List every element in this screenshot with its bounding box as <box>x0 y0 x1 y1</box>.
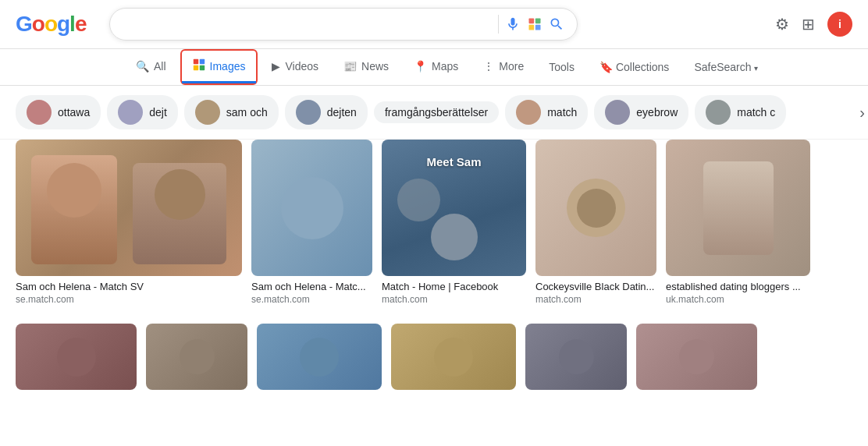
user-avatar[interactable]: i <box>827 12 852 37</box>
result-source-4: match.com <box>535 294 656 305</box>
result-item-10[interactable] <box>525 324 627 390</box>
google-logo[interactable]: Google <box>16 12 86 37</box>
result-item-3[interactable]: Meet Sam Match - Home | Facebook match.c… <box>382 140 526 305</box>
chip-dejten[interactable]: dejten <box>285 95 368 129</box>
images-icon <box>193 58 205 73</box>
result-source-2: se.match.com <box>251 294 372 305</box>
result-item-1[interactable]: Sam och Helena - Match SV se.match.com <box>16 140 242 305</box>
tools-button[interactable]: Tools <box>538 53 585 81</box>
svg-rect-6 <box>193 65 197 70</box>
results-row-1: Sam och Helena - Match SV se.match.com S… <box>0 140 868 317</box>
safesearch-button[interactable]: SafeSearch ▾ <box>683 53 769 81</box>
chips-scroll-right[interactable]: › <box>837 94 868 131</box>
result-item-9[interactable] <box>391 324 516 390</box>
result-item-11[interactable] <box>636 324 757 390</box>
safesearch-chevron-icon: ▾ <box>754 64 758 73</box>
tab-news[interactable]: 📰 News <box>333 52 400 83</box>
result-title-3: Match - Home | Facebook <box>382 281 526 292</box>
svg-rect-2 <box>529 25 535 30</box>
all-icon: 🔍 <box>136 60 149 73</box>
result-item-7[interactable] <box>146 324 247 390</box>
result-title-1: Sam och Helena - Match SV <box>16 281 242 292</box>
svg-rect-5 <box>199 59 204 64</box>
result-source-1: se.match.com <box>16 294 242 305</box>
header-right: ⚙ ⊞ i <box>775 12 852 37</box>
chip-match-c[interactable]: match c <box>695 95 786 129</box>
lens-search-button[interactable] <box>527 16 542 32</box>
svg-rect-4 <box>193 59 197 64</box>
chips-row: ottawa dejt sam och dejten framgångsberä… <box>0 86 868 140</box>
search-submit-button[interactable] <box>549 16 564 32</box>
maps-icon: 📍 <box>414 60 427 73</box>
chip-sam-och[interactable]: sam och <box>184 95 279 129</box>
nav-tabs: 🔍 All Images ▶ Videos 📰 News 📍 Maps ⋮ Mo… <box>0 49 868 86</box>
tab-videos[interactable]: ▶ Videos <box>261 52 329 83</box>
results-row-2 <box>0 317 868 402</box>
chip-match[interactable]: match <box>505 95 588 129</box>
result-item-5[interactable]: established dating bloggers ... uk.match… <box>666 140 810 305</box>
tab-maps[interactable]: 📍 Maps <box>403 52 469 83</box>
search-bar: site:match.com sam <box>109 8 578 41</box>
result-source-5: uk.match.com <box>666 294 810 305</box>
chip-eyebrow[interactable]: eyebrow <box>594 95 688 129</box>
more-icon: ⋮ <box>483 60 494 73</box>
svg-rect-0 <box>529 19 535 24</box>
news-icon: 📰 <box>343 60 357 73</box>
chip-framgangsberattelser[interactable]: framgångsberättelser <box>374 101 499 123</box>
result-title-4: Cockeysville Black Datin... <box>535 281 656 292</box>
apps-icon[interactable]: ⊞ <box>802 15 815 34</box>
result-title-2: Sam och Helena - Matc... <box>251 281 372 292</box>
voice-search-button[interactable] <box>505 16 521 32</box>
tab-images[interactable]: Images <box>182 51 257 83</box>
result-title-5: established dating bloggers ... <box>666 281 810 292</box>
collections-button[interactable]: 🔖 Collections <box>589 53 680 81</box>
result-item-4[interactable]: Cockeysville Black Datin... match.com <box>535 140 656 305</box>
svg-rect-3 <box>535 25 541 30</box>
header: Google site:match.com sam ⚙ ⊞ <box>0 0 868 49</box>
tab-all[interactable]: 🔍 All <box>125 52 177 83</box>
settings-icon[interactable]: ⚙ <box>775 15 789 34</box>
result-source-3: match.com <box>382 294 526 305</box>
chip-ottawa[interactable]: ottawa <box>16 95 101 129</box>
search-divider <box>498 15 499 34</box>
videos-icon: ▶ <box>272 60 280 73</box>
search-input[interactable]: site:match.com sam <box>123 17 492 31</box>
svg-rect-7 <box>199 65 204 70</box>
tab-more[interactable]: ⋮ More <box>472 52 535 83</box>
result-item-8[interactable] <box>257 324 382 390</box>
svg-rect-1 <box>535 19 541 24</box>
result-item-6[interactable] <box>16 324 137 390</box>
chip-dejt[interactable]: dejt <box>107 95 178 129</box>
result-item-2[interactable]: Sam och Helena - Matc... se.match.com <box>251 140 372 305</box>
collections-icon: 🔖 <box>599 61 613 73</box>
